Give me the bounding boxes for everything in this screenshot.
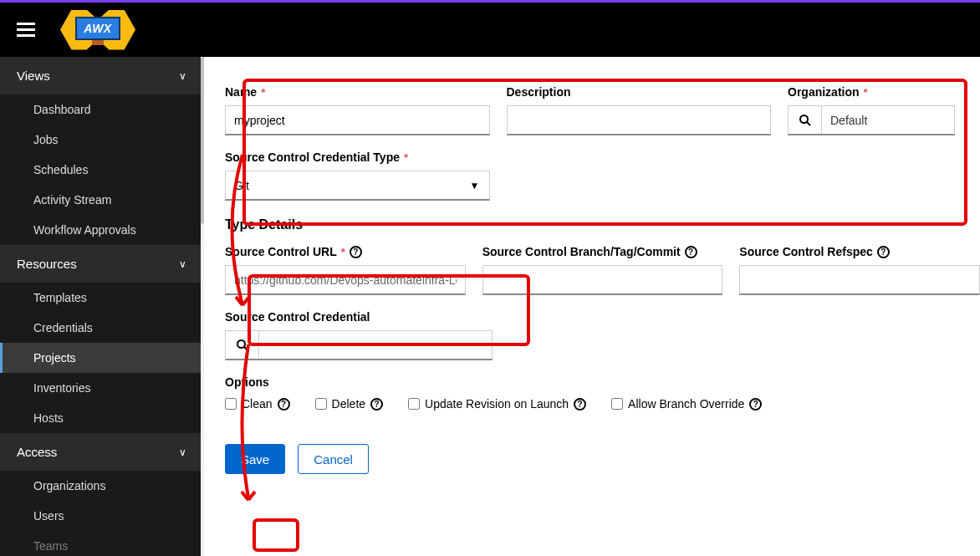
sidebar-item-teams[interactable]: Teams xyxy=(0,531,203,556)
sidebar-item-users[interactable]: Users xyxy=(0,501,203,531)
organization-value: Default xyxy=(822,106,954,134)
sidebar-item-activity-stream[interactable]: Activity Stream xyxy=(0,185,203,215)
sidebar-section-resources[interactable]: Resources ∨ xyxy=(0,245,203,283)
sidebar-item-workflow-approvals[interactable]: Workflow Approvals xyxy=(0,215,203,245)
scm-credential-value xyxy=(259,331,492,359)
search-icon[interactable] xyxy=(226,331,259,359)
svg-line-1 xyxy=(807,122,810,125)
svg-line-3 xyxy=(244,347,248,350)
svg-point-2 xyxy=(237,340,245,348)
name-label: Name* xyxy=(225,85,490,99)
option-allow-branch-override[interactable]: Allow Branch Override ? xyxy=(611,397,762,411)
sidebar: Views ∨ Dashboard Jobs Schedules Activit… xyxy=(0,57,204,556)
update-launch-checkbox[interactable] xyxy=(408,398,420,410)
chevron-down-icon: ∨ xyxy=(179,258,186,270)
help-icon[interactable]: ? xyxy=(877,246,890,258)
description-input[interactable] xyxy=(507,105,772,135)
sidebar-item-jobs[interactable]: Jobs xyxy=(0,125,203,155)
sidebar-item-schedules[interactable]: Schedules xyxy=(0,155,203,185)
organization-label: Organization* xyxy=(788,85,955,99)
scm-refspec-label: Source Control Refspec ? xyxy=(739,245,980,258)
sidebar-section-access[interactable]: Access ∨ xyxy=(0,433,203,471)
sidebar-item-inventories[interactable]: Inventories xyxy=(0,373,203,403)
sidebar-item-templates[interactable]: Templates xyxy=(0,283,203,313)
section-label: Views xyxy=(17,69,50,83)
awx-logo[interactable]: AWX xyxy=(60,10,135,50)
help-icon[interactable]: ? xyxy=(749,398,762,411)
sidebar-section-views[interactable]: Views ∨ xyxy=(0,57,203,94)
option-update-on-launch[interactable]: Update Revision on Launch ? xyxy=(408,397,586,411)
description-label: Description xyxy=(507,85,772,99)
scm-url-label: Source Control URL* ? xyxy=(225,245,466,258)
organization-lookup[interactable]: Default xyxy=(788,105,955,135)
help-icon[interactable]: ? xyxy=(685,246,697,258)
help-icon[interactable]: ? xyxy=(370,398,383,411)
main-content: Name* Description Organization* xyxy=(204,57,980,556)
scm-branch-input[interactable] xyxy=(482,265,723,295)
scm-type-select[interactable] xyxy=(225,171,490,201)
branch-override-checkbox[interactable] xyxy=(611,398,623,410)
clean-checkbox[interactable] xyxy=(225,398,237,410)
section-label: Resources xyxy=(17,257,77,271)
scm-refspec-input[interactable] xyxy=(739,265,980,295)
help-icon[interactable]: ? xyxy=(574,398,586,411)
help-icon[interactable]: ? xyxy=(350,246,362,258)
help-icon[interactable]: ? xyxy=(278,398,290,411)
scm-credential-label: Source Control Credential xyxy=(225,310,493,324)
chevron-down-icon: ∨ xyxy=(179,446,186,458)
scm-branch-label: Source Control Branch/Tag/Commit ? xyxy=(482,245,723,258)
search-icon[interactable] xyxy=(789,106,822,134)
options-label: Options xyxy=(225,375,980,389)
name-input[interactable] xyxy=(225,105,490,135)
sidebar-item-projects[interactable]: Projects xyxy=(0,343,203,373)
menu-toggle-icon[interactable] xyxy=(17,23,35,37)
sidebar-item-organizations[interactable]: Organizations xyxy=(0,471,203,501)
scm-credential-lookup[interactable] xyxy=(225,330,493,360)
svg-point-0 xyxy=(800,115,808,123)
sidebar-item-dashboard[interactable]: Dashboard xyxy=(0,94,203,125)
save-button[interactable]: Save xyxy=(225,444,285,474)
chevron-down-icon: ∨ xyxy=(179,70,186,82)
header: AWX xyxy=(0,3,980,57)
sidebar-item-credentials[interactable]: Credentials xyxy=(0,313,203,343)
option-clean[interactable]: Clean ? xyxy=(225,397,290,411)
option-delete[interactable]: Delete ? xyxy=(315,397,383,411)
type-details-heading: Type Details xyxy=(225,217,980,232)
delete-checkbox[interactable] xyxy=(315,398,327,410)
cancel-button[interactable]: Cancel xyxy=(298,444,369,474)
scm-type-label: Source Control Credential Type* xyxy=(225,150,490,164)
scm-url-input[interactable] xyxy=(225,265,466,295)
sidebar-item-hosts[interactable]: Hosts xyxy=(0,403,203,433)
section-label: Access xyxy=(17,445,57,459)
